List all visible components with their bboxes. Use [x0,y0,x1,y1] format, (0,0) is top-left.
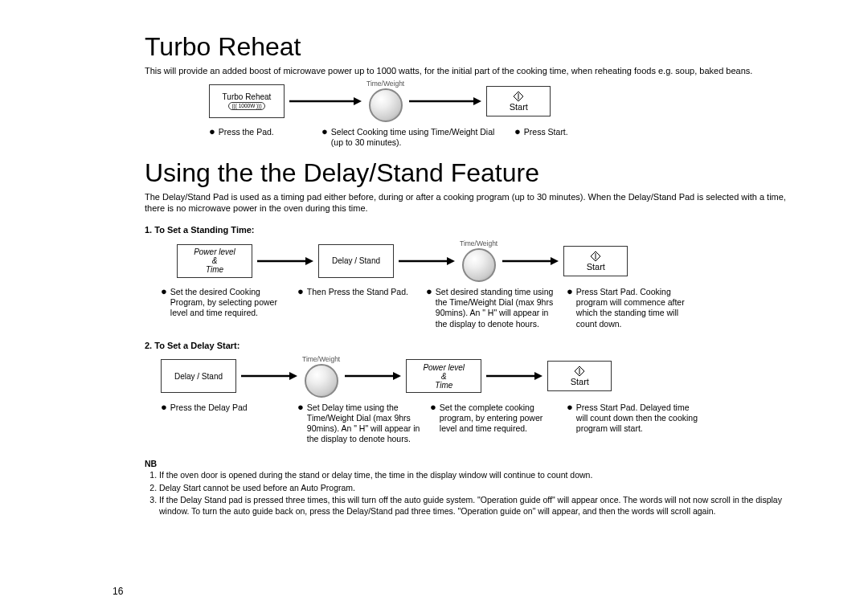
svg-marker-15 [289,372,297,380]
delay-intro: The Delay/Stand Pad is used as a timing … [145,191,788,215]
power-level-pad: Power level & Time [177,244,252,278]
standing-title: 1. To Set a Standing Time: [145,225,788,235]
arrow-icon [345,370,401,382]
turbo-flow: Turbo Reheat ((( 1000W ))) Time/Weight S… [209,80,788,122]
start-pad: Start [486,86,551,116]
start-pad: Start [563,246,628,276]
page-number: 16 [113,586,123,597]
svg-marker-19 [534,372,542,380]
nb-item: If the oven door is opened during the st… [159,470,788,481]
turbo-step2: Select Cooking time using Time/Weight Di… [331,127,506,148]
svg-marker-7 [305,257,313,265]
start-icon [513,91,524,102]
nb-title: NB [145,459,788,468]
standing-d1: Set the desired Cooking Program, by sele… [170,287,289,318]
delay-heading: Using the the Delay/Stand Feature [145,158,788,188]
arrow-icon [241,370,297,382]
standing-d3: Set desired standing time using the Time… [436,287,559,329]
svg-marker-3 [473,97,481,105]
nb-item: If the Delay Stand pad is pressed three … [159,495,788,517]
delaystart-d4: Press Start Pad. Delayed time will count… [576,403,699,434]
svg-marker-11 [551,257,559,265]
arrow-icon [502,255,559,267]
nb-item: Delay Start cannot be used before an Aut… [159,483,788,494]
dial-label: Time/Weight [302,355,340,363]
standing-flow: Power level & Time Delay / Stand Time/We… [177,239,788,282]
time-weight-dial [369,88,403,122]
turbo-heading: Turbo Reheat [145,32,788,62]
standing-d2: Then Press the Stand Pad. [307,287,408,297]
svg-marker-17 [393,372,401,380]
arrow-icon [409,96,481,107]
start-icon [590,251,601,262]
dial-label: Time/Weight [366,80,404,88]
turbo-step3: Press Start. [524,127,568,137]
delaystart-d3: Set the complete cooking program, by ent… [440,403,559,434]
time-weight-dial [305,364,338,398]
delay-stand-pad: Delay / Stand [161,359,236,393]
delaystart-flow: Delay / Stand Time/Weight Power level & … [161,355,788,398]
delaystart-title: 2. To Set a Delay Start: [145,341,788,350]
arrow-icon [289,96,362,107]
arrow-icon [399,255,455,267]
arrow-icon [486,370,542,382]
turbo-step1: Press the Pad. [219,127,274,137]
time-weight-dial [462,248,496,282]
standing-d4: Press Start Pad. Cooking program will co… [576,287,699,329]
start-icon [574,366,585,377]
svg-marker-9 [447,257,455,265]
delaystart-d1: Press the Delay Pad [170,403,248,413]
delaystart-d2: Set Delay time using the Time/Weight Dia… [307,403,422,445]
svg-marker-1 [354,97,362,105]
dial-label: Time/Weight [460,239,497,247]
turbo-reheat-pad: Turbo Reheat ((( 1000W ))) [209,84,285,118]
nb-list: If the oven door is opened during the st… [145,470,788,517]
start-pad: Start [547,361,612,391]
arrow-icon [257,255,313,267]
delay-stand-pad: Delay / Stand [318,244,394,278]
power-level-pad: Power level & Time [406,359,481,393]
turbo-intro: This will provide an added boost of micr… [145,65,788,76]
